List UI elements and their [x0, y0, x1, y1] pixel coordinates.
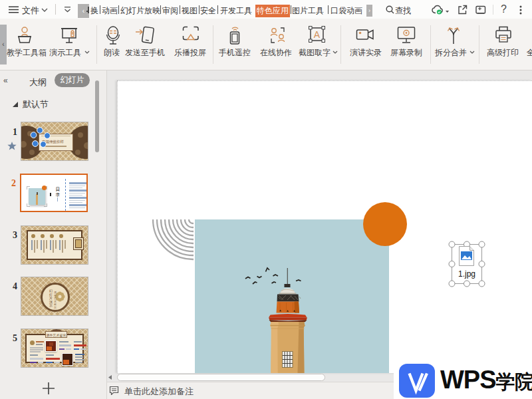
svg-text:A: A	[314, 29, 321, 40]
svg-text:1.jpg: 1.jpg	[458, 269, 475, 279]
